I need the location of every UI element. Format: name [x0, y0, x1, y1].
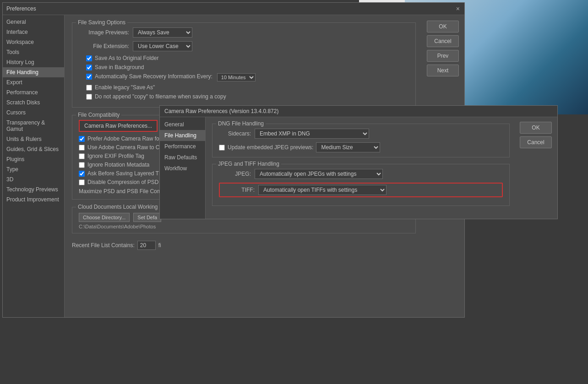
save-as-original-row: Save As to Original Folder: [84, 55, 409, 61]
image-previews-label: Image Previews:: [79, 29, 129, 36]
enable-legacy-save-row: Enable legacy "Save As": [84, 84, 409, 91]
tiff-label: TIFF:: [223, 187, 255, 193]
sidecars-row: Sidecars: Embed XMP in DNG Sidecar .xmp …: [219, 129, 503, 139]
prev-button[interactable]: Prev: [427, 50, 459, 62]
sidebar-item-3d[interactable]: 3D: [3, 174, 64, 184]
cr-sidebar-item-general[interactable]: General: [160, 119, 205, 130]
auto-save-interval-select[interactable]: 1 Minute 5 Minutes 10 Minutes 15 Minutes…: [217, 73, 256, 81]
camera-raw-dialog: Camera Raw Preferences (Version 13.4.0.8…: [159, 105, 558, 219]
file-extension-select[interactable]: Use Lower Case Use Upper Case: [133, 41, 192, 51]
cr-ok-button[interactable]: OK: [520, 122, 552, 134]
camera-raw-right-panel: OK Cancel: [516, 117, 557, 219]
update-jpeg-row: Update embedded JPEG previews: Medium Si…: [219, 142, 503, 152]
update-jpeg-label: Update embedded JPEG previews:: [228, 144, 313, 151]
save-in-background-checkbox[interactable]: [86, 65, 92, 70]
sidebar-item-workspace[interactable]: Workspace: [3, 37, 64, 47]
sidebar-item-general[interactable]: General: [3, 17, 64, 27]
maximize-psd-label: Maximize PSD and PSB File Compa: [79, 188, 168, 195]
no-append-copy-row: Do not append "copy" to filename when sa…: [84, 93, 409, 100]
camera-raw-main-content: DNG File Handling Sidecars: Embed XMP in…: [206, 117, 516, 219]
sidebar-item-technology-previews[interactable]: Technology Previews: [3, 184, 64, 195]
recent-files-label: Recent File List Contains:: [72, 242, 135, 249]
preferences-sidebar: General Interface Workspace Tools Histor…: [3, 15, 65, 317]
file-saving-label: File Saving Options: [76, 19, 127, 26]
prefer-camera-raw-checkbox[interactable]: [79, 136, 85, 142]
sidebar-item-product-improvement[interactable]: Product Improvement: [3, 195, 64, 205]
cloud-documents-path: C:\Data\Documents\Adobe\Photos: [79, 224, 409, 229]
enable-legacy-save-label: Enable legacy "Save As": [95, 84, 155, 91]
file-saving-section: File Saving Options Image Previews: Alwa…: [72, 22, 416, 108]
ask-before-saving-checkbox[interactable]: [79, 171, 85, 177]
sidebar-item-file-handling[interactable]: File Handling: [3, 67, 64, 77]
cancel-button[interactable]: Cancel: [427, 35, 459, 47]
dng-handling-section: DNG File Handling Sidecars: Embed XMP in…: [212, 124, 510, 157]
update-jpeg-checkbox[interactable]: [219, 145, 225, 151]
prefer-camera-raw-label: Prefer Adobe Camera Raw for S: [87, 135, 166, 142]
image-previews-select[interactable]: Always Save Never Save Ask When Saving: [133, 27, 192, 38]
file-extension-row: File Extension: Use Lower Case Use Upper…: [79, 41, 409, 51]
jpeg-row: JPEG: Automatically open JPEGs with sett…: [219, 169, 503, 179]
file-compat-label: File Compatibility: [76, 112, 121, 118]
tiff-select[interactable]: Automatically open TIFFs with settings A…: [258, 185, 387, 195]
choose-directory-button[interactable]: Choose Directory...: [79, 213, 130, 222]
cr-sidebar-item-performance[interactable]: Performance: [160, 141, 205, 152]
preferences-titlebar: Preferences ×: [3, 3, 464, 15]
enable-legacy-save-checkbox[interactable]: [86, 85, 92, 91]
sidebar-item-performance[interactable]: Performance: [3, 87, 64, 97]
save-as-original-label: Save As to Original Folder: [95, 55, 158, 61]
sidebar-item-units-rulers[interactable]: Units & Rulers: [3, 134, 64, 144]
ignore-exif-checkbox[interactable]: [79, 153, 85, 159]
no-append-copy-label: Do not append "copy" to filename when sa…: [95, 93, 226, 100]
update-jpeg-size-select[interactable]: Medium Size Full Size: [316, 142, 380, 152]
sidebar-item-plugins[interactable]: Plugins: [3, 154, 64, 164]
camera-raw-prefs-button[interactable]: Camera Raw Preferences...: [79, 120, 158, 132]
sidebar-item-scratch-disks[interactable]: Scratch Disks: [3, 97, 64, 108]
recent-file-row: Recent File List Contains: fi: [72, 241, 416, 250]
file-extension-label: File Extension:: [79, 43, 129, 49]
cr-sidebar-item-raw-defaults[interactable]: Raw Defaults: [160, 152, 205, 163]
jpeg-select[interactable]: Automatically open JPEGs with settings A…: [255, 169, 383, 179]
sidebar-item-tools[interactable]: Tools: [3, 47, 64, 57]
set-default-button[interactable]: Set Defa: [133, 213, 161, 222]
save-in-background-label: Save in Background: [95, 64, 144, 70]
sidebar-item-guides-grid-slices[interactable]: Guides, Grid & Slices: [3, 144, 64, 154]
disable-compression-label: Disable Compression of PSD an: [87, 179, 166, 185]
jpeg-tiff-section: JPEG and TIFF Handling JPEG: Automatical…: [212, 164, 510, 206]
auto-save-recovery-label: Automatically Save Recovery Information …: [95, 73, 212, 80]
jpeg-label: JPEG:: [219, 171, 251, 177]
next-button[interactable]: Next: [427, 65, 459, 76]
cr-sidebar-item-workflow[interactable]: Workflow: [160, 163, 205, 174]
ok-button[interactable]: OK: [427, 21, 459, 32]
use-camera-raw-checkbox[interactable]: [79, 145, 85, 151]
auto-save-recovery-checkbox[interactable]: [86, 74, 92, 80]
use-camera-raw-label: Use Adobe Camera Raw to Conv: [87, 144, 169, 151]
image-previews-row: Image Previews: Always Save Never Save A…: [79, 27, 409, 38]
jpeg-tiff-label: JPEG and TIFF Handling: [216, 161, 281, 167]
sidebar-item-export[interactable]: Export: [3, 77, 64, 87]
recent-files-input[interactable]: [137, 241, 156, 250]
dng-handling-label: DNG File Handling: [216, 120, 266, 127]
sidebar-item-history-log[interactable]: History Log: [3, 57, 64, 67]
ignore-rotation-label: Ignore Rotation Metadata: [87, 162, 149, 168]
sidebar-item-transparency-gamut[interactable]: Transparency & Gamut: [3, 118, 64, 134]
save-in-background-row: Save in Background: [84, 64, 409, 70]
sidebar-item-type[interactable]: Type: [3, 164, 64, 174]
tiff-row: TIFF: Automatically open TIFFs with sett…: [219, 183, 503, 197]
sidebar-item-cursors[interactable]: Cursors: [3, 108, 64, 118]
sidecars-label: Sidecars:: [219, 130, 251, 137]
cr-sidebar-item-file-handling[interactable]: File Handling: [160, 130, 205, 141]
camera-raw-titlebar: Camera Raw Preferences (Version 13.4.0.8…: [160, 106, 557, 117]
auto-save-recovery-row: Automatically Save Recovery Information …: [84, 73, 409, 81]
camera-raw-sidebar: General File Handling Performance Raw De…: [160, 117, 206, 219]
ask-before-saving-label: Ask Before Saving Layered TIFF: [87, 170, 167, 177]
preferences-close-button[interactable]: ×: [455, 5, 461, 12]
ignore-rotation-checkbox[interactable]: [79, 162, 85, 168]
cr-cancel-button[interactable]: Cancel: [520, 136, 552, 148]
sidecars-select[interactable]: Embed XMP in DNG Sidecar .xmp Files Igno…: [255, 129, 369, 139]
save-as-original-checkbox[interactable]: [86, 55, 92, 61]
disable-compression-checkbox[interactable]: [79, 179, 85, 185]
no-append-copy-checkbox[interactable]: [86, 94, 92, 100]
camera-raw-title: Camera Raw Preferences (Version 13.4.0.8…: [164, 108, 278, 114]
ignore-exif-label: Ignore EXIF Profile Tag: [87, 153, 144, 159]
sidebar-item-interface[interactable]: Interface: [3, 27, 64, 37]
